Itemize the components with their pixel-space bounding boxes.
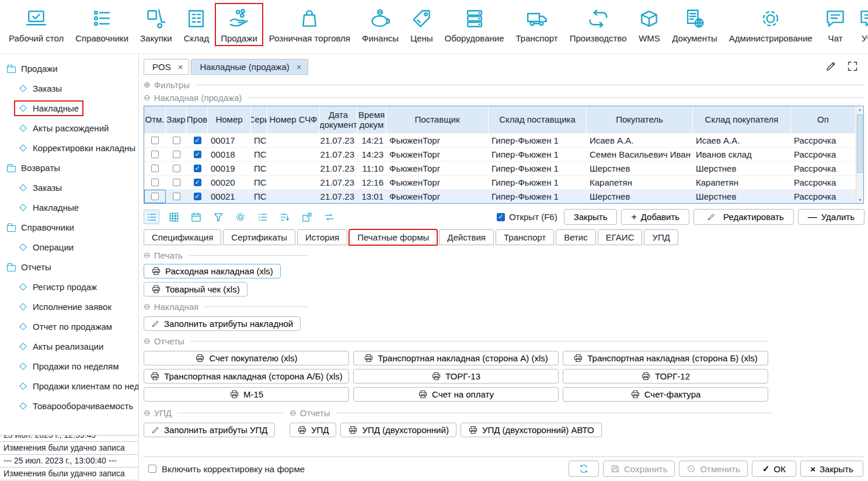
view-grid-icon[interactable]	[166, 210, 182, 224]
mark-checkbox[interactable]	[151, 179, 159, 186]
close-icon[interactable]: ×	[178, 62, 183, 72]
document-tab[interactable]: Накладные (продажа) ×	[191, 59, 308, 75]
column-header[interactable]: Номер	[208, 106, 251, 133]
column-header[interactable]: Склад покупателя	[693, 106, 791, 133]
verified-checkbox[interactable]: ✓	[194, 179, 201, 186]
closed-checkbox[interactable]	[173, 193, 180, 200]
open-checkbox[interactable]: ✓ Открыт (F6)	[497, 212, 557, 222]
detail-tab[interactable]: Ветис	[556, 229, 596, 245]
closed-checkbox[interactable]	[173, 165, 180, 172]
topbar-item-purchases[interactable]: Закупки	[135, 4, 177, 46]
sidebar-tree-item[interactable]: Корректировки накладны	[0, 138, 138, 158]
sidebar-tree-item[interactable]: Продажи	[0, 58, 138, 78]
report-button[interactable]: Счет-фактура	[563, 387, 768, 402]
scrollbar-thumb[interactable]	[857, 114, 863, 173]
table-row[interactable]: ✓ 00018 ПС 21.07.23 14:23 ФьюженТорг Гип…	[144, 147, 863, 161]
sidebar-tree-item[interactable]: Возвраты	[0, 158, 138, 177]
collapse-minus-icon[interactable]: ⊖	[144, 337, 151, 345]
mark-checkbox[interactable]	[151, 151, 159, 158]
topbar-item-production[interactable]: Производство	[564, 4, 632, 46]
topbar-item-study[interactable]: Уче	[853, 4, 868, 46]
sidebar-tree-item[interactable]: Накладные	[0, 98, 138, 118]
sidebar-tree-item[interactable]: Заказы	[0, 78, 138, 98]
verified-checkbox[interactable]: ✓	[194, 165, 201, 172]
sidebar-tree-item[interactable]: Справочники	[0, 217, 138, 237]
numbered-list-icon[interactable]	[255, 210, 270, 224]
enable-correction-checkbox[interactable]: Включить корректировку на форме	[148, 464, 305, 474]
detail-tab[interactable]: История	[297, 229, 347, 245]
closed-checkbox[interactable]	[173, 151, 180, 158]
fill-invoice-attributes-button[interactable]: Заполнить атрибуты накладной	[144, 316, 301, 331]
swap-icon[interactable]	[321, 210, 337, 224]
edit-button[interactable]: Редактировать	[693, 209, 794, 225]
collapse-minus-icon[interactable]: ⊖	[144, 409, 151, 417]
detail-tab[interactable]: ЕГАИС	[598, 229, 643, 245]
close-form-button[interactable]: × Закрыть	[800, 461, 863, 477]
topbar-item-warehouse[interactable]: Склад	[179, 4, 214, 46]
column-header[interactable]: Оп	[791, 106, 856, 133]
column-header[interactable]: Поставщик	[386, 106, 489, 133]
report-button[interactable]: Счет покупателю (xls)	[144, 351, 349, 365]
ok-button[interactable]: ✓ ОК	[752, 461, 796, 477]
mark-checkbox[interactable]	[151, 193, 159, 200]
delete-button[interactable]: — Удалить	[798, 209, 864, 225]
report-button[interactable]: Счет на оплату	[353, 387, 559, 402]
topbar-item-sales[interactable]: Продажи	[215, 4, 263, 46]
upd-report-button[interactable]: УПД	[290, 423, 336, 437]
report-button[interactable]: ТОРГ-13	[353, 369, 559, 384]
detail-tab[interactable]: Действия	[439, 229, 494, 245]
scroll-up-icon[interactable]: ▲	[858, 107, 862, 111]
topbar-item-retail[interactable]: Розничная торговля	[264, 4, 355, 46]
report-button[interactable]: М-15	[144, 387, 349, 402]
topbar-item-wms[interactable]: WMS	[633, 4, 665, 46]
close-record-button[interactable]: Закрыть	[564, 209, 618, 225]
mark-checkbox[interactable]	[151, 165, 159, 172]
closed-checkbox[interactable]	[173, 137, 180, 144]
verified-checkbox[interactable]: ✓	[194, 151, 201, 158]
column-header[interactable]: Номер СЧФ	[267, 106, 320, 133]
topbar-item-finance[interactable]: Финансы	[357, 4, 404, 46]
print-form-button[interactable]: Расходная накладная (xls)	[144, 264, 281, 278]
cancel-button[interactable]: Отменить	[679, 461, 748, 477]
topbar-item-chat[interactable]: Чат	[819, 4, 852, 46]
closed-checkbox[interactable]	[173, 179, 180, 186]
mark-checkbox[interactable]	[151, 137, 159, 144]
sidebar-tree-item[interactable]: Заказы	[0, 177, 138, 197]
maximize-icon[interactable]	[846, 60, 859, 72]
table-row[interactable]: ✓ 00021 ПС 21.07.23 13:01 ФьюженТорг Гип…	[144, 189, 863, 203]
sort-icon[interactable]	[277, 210, 292, 224]
sidebar-tree-item[interactable]: Отчет по продажам	[0, 316, 138, 336]
sidebar-tree-item[interactable]: Товарооборачиваемость	[0, 396, 138, 416]
gear-icon[interactable]	[232, 210, 248, 224]
report-button[interactable]: Транспортная накладная (сторона А) (xls)	[353, 351, 559, 365]
table-row[interactable]: ✓ 00019 ПС 21.07.23 11:10 ФьюженТорг Гип…	[144, 161, 863, 175]
refresh-button[interactable]	[569, 461, 599, 477]
report-button[interactable]: Транспортная накладная (сторона Б) (xls)	[563, 351, 768, 365]
column-header[interactable]: Пров	[187, 106, 208, 133]
column-header[interactable]: Отм.	[144, 106, 166, 133]
detail-tab[interactable]: Транспорт	[496, 229, 554, 245]
checkbox[interactable]	[148, 465, 156, 473]
collapse-minus-icon[interactable]: ⊖	[144, 93, 151, 102]
topbar-item-documents[interactable]: Документы	[667, 4, 722, 46]
column-header[interactable]: Дата документ	[320, 106, 357, 133]
topbar-item-administration[interactable]: Администрирование	[724, 4, 818, 46]
sidebar-tree-item[interactable]: Операции	[0, 237, 138, 257]
save-button[interactable]: Сохранить	[603, 461, 675, 477]
print-form-button[interactable]: Товарный чек (xls)	[144, 282, 247, 297]
upd-report-button[interactable]: УПД (двухсторонний) АВТО	[461, 423, 602, 437]
collapse-minus-icon[interactable]: ⊖	[144, 251, 151, 259]
detail-tab[interactable]: УПД	[644, 229, 678, 245]
filter-icon[interactable]	[210, 210, 226, 224]
open-window-icon[interactable]	[299, 210, 315, 224]
sidebar-tree-item[interactable]: Продажи по неделям	[0, 356, 138, 376]
fill-upd-attributes-button[interactable]: Заполнить атрибуты УПД	[144, 423, 275, 437]
report-button[interactable]: ТОРГ-12	[563, 369, 768, 384]
collapse-minus-icon[interactable]: ⊖	[144, 302, 151, 311]
sidebar-tree-item[interactable]: Накладные	[0, 197, 138, 217]
detail-tab[interactable]: Сертификаты	[223, 229, 295, 245]
sidebar-tree-item[interactable]: Акты расхождений	[0, 118, 138, 138]
column-header[interactable]: Склад поставщика	[489, 106, 587, 133]
scroll-down-icon[interactable]: ▼	[858, 198, 862, 202]
topbar-item-desktop[interactable]: Рабочий стол	[4, 4, 69, 46]
